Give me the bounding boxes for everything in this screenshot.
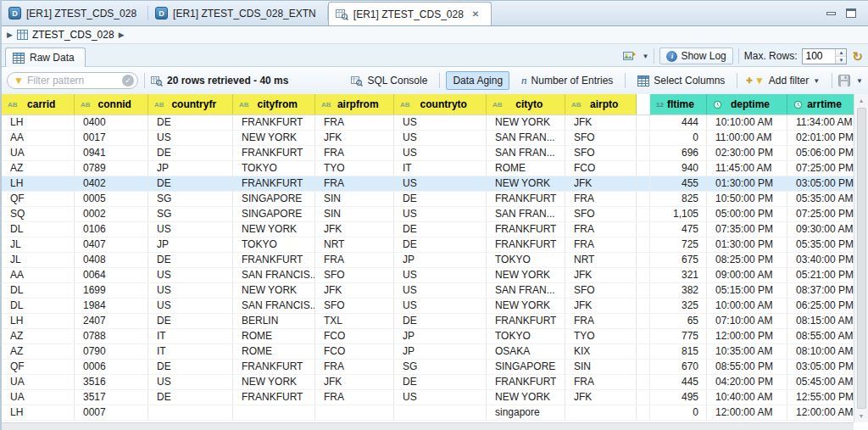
table-cell: IT xyxy=(148,329,233,344)
view-toolbar-right: ▼ i Show Log Max. Rows: ▲ ▼ ↻ xyxy=(623,47,868,66)
table-row[interactable]: UA3517DEFRANKFURTFRAUSNEW YORKJFK49510:4… xyxy=(2,390,868,405)
table-row[interactable]: DL1699USNEW YORKJFKUSSAN FRAN...SFO38205… xyxy=(2,283,868,299)
chevron-right-icon[interactable]: ▶ xyxy=(119,31,125,39)
minimize-icon[interactable] xyxy=(826,12,836,15)
text-type-icon: AB xyxy=(400,101,410,109)
table-cell: 08:37:00 PM xyxy=(787,283,855,299)
close-icon[interactable]: ✕ xyxy=(472,9,479,19)
column-header-cityto[interactable]: ABcityto xyxy=(487,94,565,114)
filter-pattern-input[interactable] xyxy=(27,75,119,87)
horizontal-scrollbar[interactable] xyxy=(2,422,854,430)
table-row[interactable]: UA3516USNEW YORKJFKDEFRANKFURTFRA44504:2… xyxy=(2,375,868,390)
data-preview-icon xyxy=(336,8,348,20)
editor-tab-ddls-1[interactable]: D [ER1] ZTEST_CDS_028 xyxy=(2,1,148,25)
table-row[interactable]: DL0106USNEW YORKJFKDEFRANKFURTFRA47507:3… xyxy=(2,222,868,237)
table-cell: US xyxy=(394,115,487,131)
table-cell: 0017 xyxy=(75,131,148,146)
table-row[interactable]: AA0017USNEW YORKJFKUSSAN FRAN...SFO011:0… xyxy=(2,131,868,146)
save-icon[interactable] xyxy=(838,75,850,87)
table-cell: DE xyxy=(394,192,487,207)
table-cell: US xyxy=(148,131,233,146)
table-cell xyxy=(637,176,650,192)
chevron-down-icon[interactable]: ▼ xyxy=(642,53,648,60)
add-filter-button[interactable]: ✚ ▼ Add filter ▼ xyxy=(743,72,826,89)
data-preview-window: D [ER1] ZTEST_CDS_028 D [ER1] ZTEST_CDS_… xyxy=(0,0,868,430)
table-cell: FRANKFURT xyxy=(233,360,315,375)
vertical-scrollbar[interactable]: ▲ ▼ xyxy=(854,94,868,422)
chevron-right-icon[interactable]: ▶ xyxy=(7,31,13,39)
column-header-airpto[interactable]: ABairpto xyxy=(565,94,637,114)
table-cell xyxy=(637,360,650,375)
table-cell: AZ xyxy=(2,344,75,360)
editor-tab-label: [ER1] ZTEST_CDS_028_EXTN xyxy=(173,8,316,20)
table-cell: DE xyxy=(394,375,487,390)
table-row[interactable]: AZ0790ITROMEFCOJPOSAKAKIX81510:35:00 AM0… xyxy=(2,344,868,360)
max-rows-input[interactable] xyxy=(803,50,835,62)
column-label: cityto xyxy=(503,98,565,110)
editor-tab-ddls-2[interactable]: D [ER1] ZTEST_CDS_028_EXTN xyxy=(148,1,328,25)
table-cell: 495 xyxy=(650,390,707,405)
vertical-scrollbar-thumb[interactable] xyxy=(857,108,866,409)
breadcrumb-item[interactable]: ZTEST_CDS_028 xyxy=(32,29,114,41)
table-row[interactable]: LH0007singapore012:00:00 AM12:00:00 AM xyxy=(2,405,868,421)
table-cell: 10:35:00 AM xyxy=(707,344,787,360)
column-header-fltime[interactable]: 12fltime xyxy=(650,94,707,114)
table-cell: DE xyxy=(148,360,233,375)
table-row[interactable]: AA0064USSAN FRANCIS...SFOUSNEW YORKJFK32… xyxy=(2,268,868,283)
table-row[interactable]: JL0408DEFRANKFURTFRAJPTOKYONRT67508:25:0… xyxy=(2,253,868,268)
scroll-down-icon[interactable]: ▼ xyxy=(854,410,868,422)
select-columns-button[interactable]: Select Columns xyxy=(632,72,731,89)
table-row[interactable]: QF0006DEFRANKFURTFRASGSINGAPORESIN67008:… xyxy=(2,360,868,375)
editor-tab-data-preview[interactable]: [ER1] ZTEST_CDS_028 ✕ xyxy=(328,2,492,25)
table-row[interactable]: LH0400DEFRANKFURTFRAUSNEW YORKJFK44410:1… xyxy=(2,115,868,131)
table-row[interactable]: UA0941DEFRANKFURTFRAUSSAN FRAN...SFO6960… xyxy=(2,146,868,161)
column-header-carrid[interactable]: ABcarrid xyxy=(2,94,75,114)
column-header-airpfrom[interactable]: ABairpfrom xyxy=(315,94,394,114)
show-log-button[interactable]: i Show Log xyxy=(659,47,732,64)
export-icon[interactable] xyxy=(623,50,637,62)
table-row[interactable]: JL0407JPTOKYONRTDEFRANKFURTFRA72501:30:0… xyxy=(2,237,868,253)
table-cell: BERLIN xyxy=(233,314,315,329)
editor-tab-label: [ER1] ZTEST_CDS_028 xyxy=(26,8,136,20)
table-cell: TOKYO xyxy=(233,237,315,253)
apply-filter-icon[interactable]: ✓ xyxy=(122,75,134,87)
table-cell: DL xyxy=(2,222,75,237)
column-header-deptime[interactable]: deptime xyxy=(707,94,787,114)
table-row[interactable]: LH0402DEFRANKFURTFRAUSNEW YORKJFK45501:3… xyxy=(2,176,868,192)
column-header-connid[interactable]: ABconnid xyxy=(75,94,148,114)
data-aging-button[interactable]: Data Aging xyxy=(446,71,509,90)
column-header-arrtime[interactable]: arrtime xyxy=(787,94,855,114)
table-row[interactable]: AZ0788ITROMEFCOJPTOKYOTYO77512:00:00 PM0… xyxy=(2,329,868,344)
table-row[interactable]: SQ0002SGSINGAPORESINUSSAN FRAN...SFO1,10… xyxy=(2,207,868,222)
view-tab-row: Raw Data ▼ i Show Log Max. Rows: ▲ ▼ ↻ xyxy=(2,44,868,66)
scroll-up-icon[interactable]: ▲ xyxy=(854,94,868,107)
table-cell: US xyxy=(148,299,233,314)
table-cell: 11:00:00 AM xyxy=(707,131,787,146)
tab-raw-data[interactable]: Raw Data xyxy=(5,47,86,67)
table-row[interactable]: DL1984USSAN FRANCIS...SFOUSNEW YORKJFK32… xyxy=(2,299,868,314)
number-of-entries-label: Number of Entries xyxy=(531,75,614,87)
table-cell: TOKYO xyxy=(487,329,565,344)
table-cell: 670 xyxy=(650,360,707,375)
table-row[interactable]: QF0005SGSINGAPORESINDEFRANKFURTFRA82510:… xyxy=(2,192,868,207)
table-row[interactable]: LH2407DEBERLINTXLDEFRANKFURTFRA6507:10:0… xyxy=(2,314,868,329)
number-of-entries-button[interactable]: n Number of Entries xyxy=(515,71,619,90)
sql-console-button[interactable]: SQL Console xyxy=(345,72,433,89)
column-header-countryfr[interactable]: ABcountryfr xyxy=(148,94,233,114)
table-cell: US xyxy=(394,176,487,192)
separator xyxy=(144,73,145,88)
maximize-icon[interactable] xyxy=(846,8,856,18)
spinner-down-icon[interactable]: ▼ xyxy=(836,57,846,64)
refresh-icon[interactable]: ↻ xyxy=(852,50,863,63)
table-row[interactable]: AZ0789JPTOKYOTYOITROMEFCO94011:45:00 AM0… xyxy=(2,161,868,176)
chevron-down-icon[interactable]: ▼ xyxy=(856,77,863,85)
table-cell: JL xyxy=(2,253,75,268)
spinner-up-icon[interactable]: ▲ xyxy=(836,49,846,57)
column-header-cityfrom[interactable]: ABcityfrom xyxy=(233,94,315,114)
number-of-entries-icon: n xyxy=(521,74,527,87)
breadcrumb: ▶ ZTEST_CDS_028 ▶ xyxy=(2,26,868,44)
table-cell xyxy=(637,329,650,344)
column-header-countryto[interactable]: ABcountryto xyxy=(394,94,487,114)
table-cell: 12:00:00 AM xyxy=(707,405,787,421)
table-cell: DE xyxy=(394,314,487,329)
